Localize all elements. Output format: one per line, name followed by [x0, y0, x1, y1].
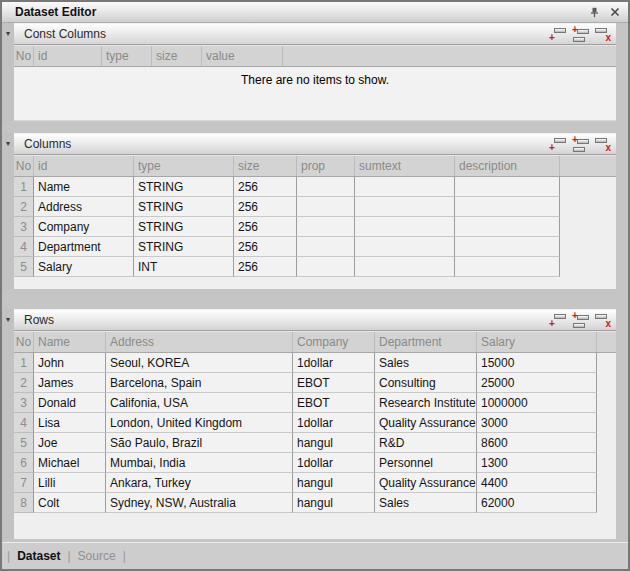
data-cell[interactable]: Name — [34, 177, 134, 197]
data-cell[interactable]: Sales — [375, 493, 477, 513]
data-cell[interactable]: Donald — [34, 393, 106, 413]
data-cell[interactable]: hangul — [293, 473, 375, 493]
data-cell[interactable]: STRING — [134, 177, 234, 197]
column-header-value[interactable]: value — [202, 46, 283, 66]
data-cell[interactable]: Quality Assurance — [375, 413, 477, 433]
chevron-down-icon[interactable]: ▾ — [3, 138, 13, 150]
data-cell[interactable]: 62000 — [477, 493, 597, 513]
data-cell[interactable] — [297, 237, 355, 257]
data-cell[interactable]: 256 — [234, 177, 297, 197]
column-header-no[interactable]: No — [14, 46, 34, 66]
delete-row-icon[interactable]: x — [595, 137, 612, 152]
column-header-type[interactable]: type — [134, 156, 234, 176]
column-header-department[interactable]: Department — [375, 332, 477, 352]
data-cell[interactable] — [455, 237, 560, 257]
column-header-name[interactable]: Name — [34, 332, 106, 352]
data-cell[interactable]: Company — [34, 217, 134, 237]
data-cell[interactable]: 25000 — [477, 373, 597, 393]
data-cell[interactable] — [355, 237, 455, 257]
section-header-rows[interactable]: Rows + + x — [14, 309, 616, 331]
data-cell[interactable]: Quality Assurance — [375, 473, 477, 493]
data-cell[interactable]: Lisa — [34, 413, 106, 433]
data-cell[interactable] — [355, 257, 455, 277]
pin-icon[interactable] — [589, 7, 600, 18]
data-cell[interactable] — [455, 177, 560, 197]
close-icon[interactable] — [610, 7, 620, 17]
row-number-cell[interactable]: 7 — [14, 473, 34, 493]
data-cell[interactable] — [355, 177, 455, 197]
chevron-down-icon[interactable]: ▾ — [3, 28, 13, 40]
data-cell[interactable] — [297, 177, 355, 197]
data-cell[interactable]: Department — [34, 237, 134, 257]
column-header-id[interactable]: id — [34, 46, 102, 66]
data-cell[interactable]: EBOT — [293, 373, 375, 393]
data-cell[interactable]: R&D — [375, 433, 477, 453]
data-cell[interactable]: 3000 — [477, 413, 597, 433]
data-cell[interactable]: EBOT — [293, 393, 375, 413]
data-cell[interactable] — [297, 257, 355, 277]
data-cell[interactable]: Personnel — [375, 453, 477, 473]
column-header-description[interactable]: description — [455, 156, 560, 176]
data-cell[interactable] — [355, 217, 455, 237]
data-cell[interactable] — [455, 257, 560, 277]
insert-row-icon[interactable]: + — [572, 27, 589, 42]
data-cell[interactable]: 256 — [234, 257, 297, 277]
column-header-size[interactable]: size — [234, 156, 297, 176]
column-header-company[interactable]: Company — [293, 332, 375, 352]
data-cell[interactable]: Salary — [34, 257, 134, 277]
row-number-cell[interactable]: 2 — [14, 197, 34, 217]
data-cell[interactable]: 8600 — [477, 433, 597, 453]
row-number-cell[interactable]: 5 — [14, 433, 34, 453]
data-cell[interactable]: London, United Kingdom — [106, 413, 293, 433]
tab-source[interactable]: Source — [78, 549, 116, 563]
row-number-cell[interactable]: 4 — [14, 413, 34, 433]
row-number-cell[interactable]: 3 — [14, 217, 34, 237]
row-number-cell[interactable]: 8 — [14, 493, 34, 513]
data-cell[interactable]: 256 — [234, 237, 297, 257]
data-cell[interactable]: Ankara, Turkey — [106, 473, 293, 493]
data-cell[interactable]: John — [34, 353, 106, 373]
row-number-cell[interactable]: 3 — [14, 393, 34, 413]
data-cell[interactable]: Michael — [34, 453, 106, 473]
data-cell[interactable] — [297, 217, 355, 237]
add-row-icon[interactable]: + — [549, 137, 566, 152]
row-number-cell[interactable]: 4 — [14, 237, 34, 257]
add-row-icon[interactable]: + — [549, 313, 566, 328]
data-cell[interactable]: São Paulo, Brazil — [106, 433, 293, 453]
data-cell[interactable]: 1dollar — [293, 453, 375, 473]
column-header-type[interactable]: type — [102, 46, 152, 66]
insert-row-icon[interactable]: + — [572, 137, 589, 152]
delete-row-icon[interactable]: x — [595, 27, 612, 42]
data-cell[interactable]: 1000000 — [477, 393, 597, 413]
data-cell[interactable]: Consulting — [375, 373, 477, 393]
delete-row-icon[interactable]: x — [595, 313, 612, 328]
chevron-down-icon[interactable]: ▾ — [3, 314, 13, 326]
data-cell[interactable]: James — [34, 373, 106, 393]
data-cell[interactable]: 4400 — [477, 473, 597, 493]
data-cell[interactable]: Califonia, USA — [106, 393, 293, 413]
section-header-const-columns[interactable]: Const Columns + + x — [14, 23, 616, 45]
data-cell[interactable] — [455, 217, 560, 237]
column-header-sumtext[interactable]: sumtext — [355, 156, 455, 176]
data-cell[interactable] — [297, 197, 355, 217]
data-cell[interactable]: STRING — [134, 197, 234, 217]
data-cell[interactable]: Joe — [34, 433, 106, 453]
data-cell[interactable]: Sydney, NSW, Australia — [106, 493, 293, 513]
row-number-cell[interactable]: 1 — [14, 353, 34, 373]
data-cell[interactable]: STRING — [134, 217, 234, 237]
data-cell[interactable] — [355, 197, 455, 217]
add-row-icon[interactable]: + — [549, 27, 566, 42]
row-number-cell[interactable]: 5 — [14, 257, 34, 277]
data-cell[interactable]: INT — [134, 257, 234, 277]
data-cell[interactable]: Mumbai, India — [106, 453, 293, 473]
data-cell[interactable]: Research Institute — [375, 393, 477, 413]
column-header-no[interactable]: No — [14, 156, 34, 176]
column-header-salary[interactable]: Salary — [477, 332, 597, 352]
tab-dataset[interactable]: Dataset — [17, 549, 60, 563]
data-cell[interactable]: 1dollar — [293, 353, 375, 373]
data-cell[interactable] — [455, 197, 560, 217]
column-header-id[interactable]: id — [34, 156, 134, 176]
column-header-no[interactable]: No — [14, 332, 34, 352]
row-number-cell[interactable]: 1 — [14, 177, 34, 197]
data-cell[interactable]: 256 — [234, 217, 297, 237]
